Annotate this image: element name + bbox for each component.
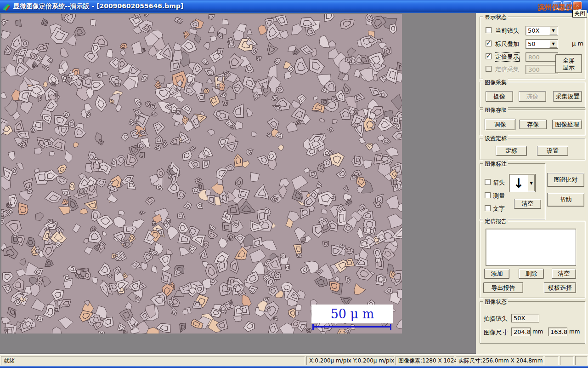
window-title: 显微图像定倍系统--演示版 - [20090602055646.bmp] — [13, 2, 183, 11]
capture-lens-label: 拍摄镜头 — [484, 315, 508, 323]
measure-label[interactable]: 测量 — [493, 192, 505, 200]
arrow-label[interactable]: 箭头 — [493, 178, 505, 187]
report-clear-button[interactable]: 清空 — [552, 269, 576, 279]
load-image-button[interactable]: 调像 — [485, 119, 515, 130]
chevron-down-icon[interactable]: ▼ — [549, 40, 557, 48]
check-icon: ✓ — [486, 40, 491, 46]
capture-lens-field[interactable]: 50X — [511, 314, 539, 322]
group-title: 图像标注 — [483, 160, 508, 168]
current-lens-checkbox[interactable] — [486, 27, 492, 33]
current-lens-label[interactable]: 当前镜头 — [495, 27, 519, 35]
group-image-storage: 图像存取 调像 存像 图像处理 — [480, 109, 585, 135]
fullscreen-button[interactable]: 全屏 显示 — [555, 54, 582, 73]
image-process-button[interactable]: 图像处理 — [552, 120, 582, 129]
chevron-down-icon[interactable]: ▼ — [528, 175, 535, 191]
client-area: 50 μ m 显示状态 当前镜头 50X ▼ ✓ 标尺叠加 50 ▼ μ m — [0, 13, 588, 354]
scale-bar: 50 μ m — [311, 305, 393, 323]
group-report: 定倍报告 添加 删除 清空 导出报告 模板选择 — [480, 221, 585, 298]
calibrate-button[interactable]: 定标 — [496, 146, 527, 156]
check-icon: ✓ — [486, 52, 491, 59]
width-unit-label: mm — [532, 328, 543, 335]
window-bottom-border — [0, 366, 588, 368]
image-height-field[interactable]: 163.8 — [548, 328, 567, 336]
scale-value-select[interactable]: 50 ▼ — [526, 39, 558, 49]
save-image-button[interactable]: 存像 — [519, 120, 547, 129]
chevron-down-icon[interactable]: ▼ — [549, 27, 557, 34]
group-title: 设置定标 — [483, 135, 508, 143]
group-title: 显示状态 — [483, 13, 508, 21]
current-lens-select[interactable]: 50X ▼ — [526, 26, 558, 35]
template-select-button[interactable]: 模板选择 — [544, 282, 576, 293]
capture-settings-button[interactable]: 采集设置 — [553, 91, 582, 102]
atlas-compare-button[interactable]: 图谱比对 — [547, 173, 584, 187]
group-annotation: 图像标注 箭头 测量 文字 ↓ ▼ 清空 — [480, 163, 545, 219]
group-calibration: 设置定标 定标 设置 — [480, 138, 585, 160]
scale-overlay-checkbox[interactable]: ✓ — [486, 40, 492, 46]
export-report-button[interactable]: 导出报告 — [483, 282, 523, 293]
image-size-label: 图像尺寸 — [484, 328, 508, 337]
micrograph-image[interactable]: 50 μ m — [1, 14, 402, 334]
status-empty-panel — [560, 356, 574, 365]
arrow-style-select[interactable]: ↓ ▼ — [509, 174, 536, 192]
height-unit-label: mm — [569, 328, 580, 335]
clear-annotation-button[interactable]: 清空 — [514, 199, 541, 209]
fixed-capture-checkbox — [486, 66, 492, 72]
fixed-display-checkbox[interactable]: ✓ — [486, 53, 492, 59]
status-ready: 就绪 — [1, 356, 305, 365]
help-button[interactable]: 帮助 — [547, 193, 584, 207]
measure-checkbox[interactable] — [485, 192, 491, 198]
status-empty-panel — [575, 356, 588, 365]
arrow-checkbox[interactable] — [485, 179, 491, 185]
status-resolution: X:0.200μ m/pix Y:0.200μ m/pix — [306, 356, 394, 365]
group-title: 图像状态 — [483, 298, 508, 306]
status-image-pixels: 图像像素:1280 X 1024 — [396, 356, 454, 365]
title-bar: 显微图像定倍系统--演示版 - [20090602055646.bmp] — [0, 0, 588, 13]
close-tooltip: 关闭 — [572, 10, 587, 17]
status-actual-size: 实际尺寸:256.0mm X 204.8mm — [456, 356, 543, 365]
freeze-button: 冻像 — [519, 91, 546, 102]
scale-overlay-label[interactable]: 标尺叠加 — [495, 40, 519, 48]
group-title: 图像存取 — [483, 106, 508, 114]
report-add-button[interactable]: 添加 — [484, 269, 509, 279]
micrograph-canvas[interactable] — [1, 14, 402, 334]
status-empty-panel — [545, 356, 559, 365]
status-bar: 就绪 X:0.200μ m/pix Y:0.200μ m/pix 图像像素:12… — [0, 354, 588, 366]
fixed-capture-label: 定倍采集 — [495, 65, 519, 74]
text-checkbox[interactable] — [485, 205, 491, 211]
report-delete-button[interactable]: 删除 — [519, 269, 544, 279]
scale-bar-line — [312, 324, 391, 330]
image-width-field[interactable]: 204.8 — [511, 328, 531, 336]
report-listbox[interactable] — [486, 229, 576, 266]
group-image-capture: 图像采集 摄像 冻像 采集设置 — [480, 82, 585, 108]
app-icon — [2, 2, 11, 11]
scale-bar-label: 50 μ m — [311, 305, 393, 323]
fixed-display-field: 800 — [526, 52, 558, 62]
group-title: 定倍报告 — [483, 218, 508, 225]
group-display-status: 显示状态 当前镜头 50X ▼ ✓ 标尺叠加 50 ▼ μ m ✓ 定倍显示 8… — [480, 17, 585, 79]
group-title: 图像采集 — [483, 79, 508, 86]
capture-button[interactable]: 摄像 — [486, 91, 513, 102]
fixed-capture-field: 300 — [526, 65, 558, 74]
control-panel: 显示状态 当前镜头 50X ▼ ✓ 标尺叠加 50 ▼ μ m ✓ 定倍显示 8… — [476, 13, 588, 354]
mdi-client-area: 50 μ m — [0, 13, 476, 354]
text-label[interactable]: 文字 — [493, 205, 505, 213]
scale-unit-label: μ m — [572, 40, 583, 47]
group-image-status: 图像状态 拍摄镜头 50X 图像尺寸 204.8 mm 163.8 mm — [480, 301, 585, 344]
setup-button[interactable]: 设置 — [537, 146, 568, 156]
fixed-display-label[interactable]: 定倍显示 — [495, 53, 519, 61]
arrow-down-icon: ↓ — [509, 174, 528, 192]
